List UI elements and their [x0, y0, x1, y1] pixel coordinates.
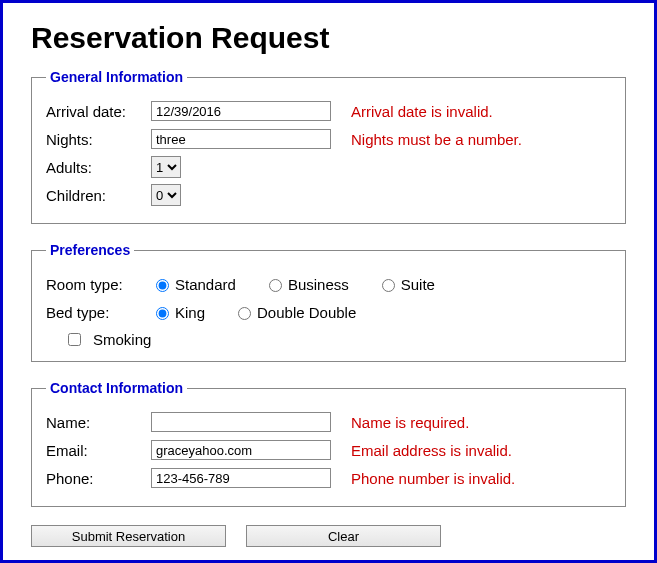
- error-phone: Phone number is invalid.: [351, 470, 515, 487]
- field-email: [151, 440, 351, 460]
- phone-input[interactable]: [151, 468, 331, 488]
- field-nights: [151, 129, 351, 149]
- error-email: Email address is invalid.: [351, 442, 512, 459]
- row-email: Email: Email address is invalid.: [46, 438, 611, 462]
- adults-select[interactable]: 1: [151, 156, 181, 178]
- smoking-checkbox[interactable]: [68, 333, 81, 346]
- arrival-date-input[interactable]: [151, 101, 331, 121]
- field-arrival: [151, 101, 351, 121]
- legend-general: General Information: [46, 69, 187, 85]
- smoking-wrap: Smoking: [64, 330, 611, 349]
- fieldset-contact: Contact Information Name: Name is requir…: [31, 380, 626, 507]
- name-input[interactable]: [151, 412, 331, 432]
- radio-king[interactable]: [156, 307, 169, 320]
- page-title: Reservation Request: [31, 21, 626, 55]
- radio-standard-wrap: Standard: [151, 276, 236, 293]
- field-name: [151, 412, 351, 432]
- label-name: Name:: [46, 414, 151, 431]
- error-nights: Nights must be a number.: [351, 131, 522, 148]
- radio-standard[interactable]: [156, 279, 169, 292]
- row-smoking: Smoking: [64, 330, 611, 349]
- label-roomtype: Room type:: [46, 276, 151, 293]
- radio-business-wrap: Business: [264, 276, 349, 293]
- children-select[interactable]: 0: [151, 184, 181, 206]
- label-email: Email:: [46, 442, 151, 459]
- radio-suite-label: Suite: [401, 276, 435, 293]
- fieldset-preferences: Preferences Room type: Standard Business…: [31, 242, 626, 362]
- field-children: 0: [151, 184, 351, 206]
- radio-double[interactable]: [238, 307, 251, 320]
- smoking-label: Smoking: [93, 331, 151, 348]
- legend-contact: Contact Information: [46, 380, 187, 396]
- error-arrival: Arrival date is invalid.: [351, 103, 493, 120]
- row-nights: Nights: Nights must be a number.: [46, 127, 611, 151]
- radio-king-label: King: [175, 304, 205, 321]
- error-name: Name is required.: [351, 414, 469, 431]
- field-adults: 1: [151, 156, 351, 178]
- row-arrival: Arrival date: Arrival date is invalid.: [46, 99, 611, 123]
- field-phone: [151, 468, 351, 488]
- nights-input[interactable]: [151, 129, 331, 149]
- clear-button[interactable]: Clear: [246, 525, 441, 547]
- radio-standard-label: Standard: [175, 276, 236, 293]
- row-adults: Adults: 1: [46, 155, 611, 179]
- bedtype-group: King Double Double: [151, 304, 378, 321]
- label-children: Children:: [46, 187, 151, 204]
- legend-preferences: Preferences: [46, 242, 134, 258]
- email-input[interactable]: [151, 440, 331, 460]
- radio-double-label: Double Double: [257, 304, 356, 321]
- label-phone: Phone:: [46, 470, 151, 487]
- label-bedtype: Bed type:: [46, 304, 151, 321]
- radio-king-wrap: King: [151, 304, 205, 321]
- radio-business[interactable]: [269, 279, 282, 292]
- submit-button[interactable]: Submit Reservation: [31, 525, 226, 547]
- row-bedtype: Bed type: King Double Double: [46, 300, 611, 324]
- row-roomtype: Room type: Standard Business Suite: [46, 272, 611, 296]
- radio-double-wrap: Double Double: [233, 304, 356, 321]
- radio-business-label: Business: [288, 276, 349, 293]
- radio-suite-wrap: Suite: [377, 276, 435, 293]
- roomtype-group: Standard Business Suite: [151, 276, 457, 293]
- row-children: Children: 0: [46, 183, 611, 207]
- form-container: Reservation Request General Information …: [0, 0, 657, 563]
- label-nights: Nights:: [46, 131, 151, 148]
- fieldset-general: General Information Arrival date: Arriva…: [31, 69, 626, 224]
- label-adults: Adults:: [46, 159, 151, 176]
- row-name: Name: Name is required.: [46, 410, 611, 434]
- label-arrival: Arrival date:: [46, 103, 151, 120]
- button-row: Submit Reservation Clear: [31, 525, 626, 547]
- radio-suite[interactable]: [382, 279, 395, 292]
- row-phone: Phone: Phone number is invalid.: [46, 466, 611, 490]
